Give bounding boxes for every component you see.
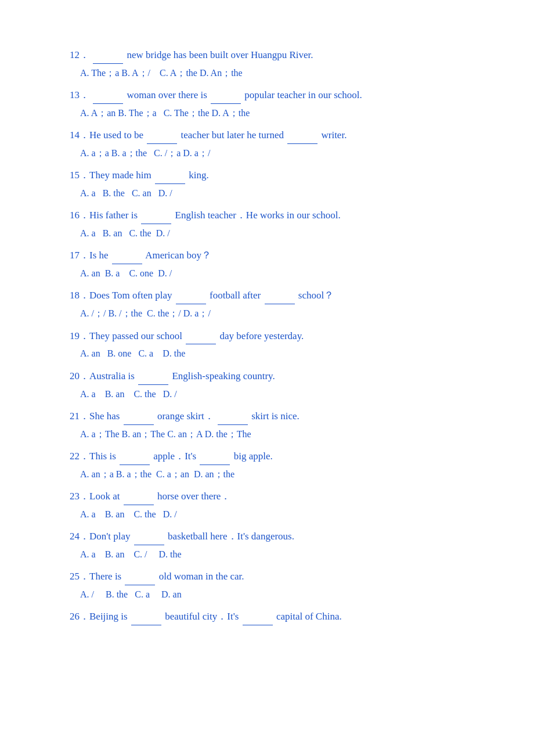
question-18: 18．Does Tom often play football after sc…	[70, 287, 476, 321]
question-20-answers: A. a B. an C. the D. /	[70, 386, 476, 402]
q22-text2: big apple.	[234, 451, 273, 462]
q21-number: 21．She has	[70, 411, 122, 422]
question-15-text: 15．They made him king.	[70, 167, 476, 184]
q23-text: horse over there．	[157, 491, 231, 502]
q23-blank1	[124, 488, 154, 505]
q19-text: day before yesterday.	[220, 330, 304, 341]
q20-text: English-speaking country.	[172, 370, 275, 381]
q24-text: basketball here．It's dangerous.	[168, 531, 294, 542]
q17-number: 17．Is he	[70, 250, 111, 261]
q18-text1: football after	[210, 290, 264, 301]
question-24-answers: A. a B. an C. / D. the	[70, 546, 476, 562]
q21-text2: skirt is nice.	[251, 411, 300, 422]
q22-blank2	[200, 448, 230, 465]
q18-blank2	[265, 287, 295, 304]
question-13-text: 13． woman over there is popular teacher …	[70, 87, 476, 104]
q15-blank1	[155, 167, 185, 184]
q22-number: 22．This is	[70, 451, 118, 462]
q22-text1: apple．It's	[153, 451, 199, 462]
question-17-text: 17．Is he American boy？	[70, 247, 476, 264]
q18-text2: school？	[298, 290, 334, 301]
question-21-text: 21．She has orange skirt． skirt is nice.	[70, 408, 476, 425]
q16-blank1	[141, 207, 171, 224]
q13-text2: popular teacher in our school.	[244, 89, 362, 100]
q26-blank2	[243, 608, 273, 625]
q21-text1: orange skirt．	[157, 411, 214, 422]
q13-blank1	[93, 87, 123, 104]
q14-number: 14．He used to be	[70, 129, 146, 141]
question-13: 13． woman over there is popular teacher …	[70, 87, 476, 121]
question-25-text: 25．There is old woman in the car.	[70, 568, 476, 585]
q19-number: 19．They passed our school	[70, 330, 185, 341]
question-16-text: 16．His father is English teacher．He work…	[70, 207, 476, 224]
question-19-answers: A. an B. one C. a D. the	[70, 345, 476, 361]
question-22-text: 22．This is apple．It's big apple.	[70, 448, 476, 465]
question-21-answers: A. a；The B. an；The C. an；A D. the；The	[70, 426, 476, 442]
q14-text1: teacher but later he turned	[181, 129, 287, 141]
q16-text: English teacher．He works in our school.	[175, 210, 341, 221]
question-23: 23．Look at horse over there． A. a B. an …	[70, 488, 476, 522]
q18-number: 18．Does Tom often play	[70, 290, 175, 301]
q26-text1: beautiful city．It's	[165, 611, 241, 622]
q17-text: American boy？	[145, 250, 211, 261]
q19-blank1	[186, 327, 216, 345]
question-17-answers: A. an B. a C. one D. /	[70, 265, 476, 281]
questions-container: 12． new bridge has been built over Huang…	[70, 46, 476, 625]
q26-text2: capital of China.	[276, 611, 342, 622]
q24-blank1	[134, 528, 164, 545]
q26-number: 26．Beijing is	[70, 611, 130, 622]
q14-blank1	[147, 127, 177, 144]
q20-blank1	[138, 368, 168, 385]
q20-number: 20．Australia is	[70, 370, 137, 381]
question-22: 22．This is apple．It's big apple. A. an；a…	[70, 448, 476, 482]
question-16-answers: A. a B. an C. the D. /	[70, 225, 476, 241]
q21-blank2	[218, 408, 248, 425]
q15-number: 15．They made him	[70, 170, 154, 181]
q23-number: 23．Look at	[70, 491, 122, 502]
q12-number: 12．	[70, 49, 89, 60]
q15-text: king.	[189, 170, 208, 181]
q16-number: 16．His father is	[70, 210, 140, 221]
question-13-answers: A. A；an B. The；a C. The；the D. A；the	[70, 105, 476, 121]
question-21: 21．She has orange skirt． skirt is nice. …	[70, 408, 476, 442]
question-16: 16．His father is English teacher．He work…	[70, 207, 476, 241]
question-19: 19．They passed our school day before yes…	[70, 327, 476, 362]
question-14-answers: A. a；a B. a；the C. /；a D. a；/	[70, 145, 476, 161]
q26-blank1	[131, 608, 161, 625]
q14-text2: writer.	[321, 129, 347, 141]
q25-number: 25．There is	[70, 571, 124, 582]
q18-blank1	[176, 287, 206, 304]
question-15: 15．They made him king. A. a B. the C. an…	[70, 167, 476, 201]
question-26-text: 26．Beijing is beautiful city．It's capita…	[70, 608, 476, 625]
q13-number: 13．	[70, 89, 89, 100]
question-18-text: 18．Does Tom often play football after sc…	[70, 287, 476, 304]
question-24: 24．Don't play basketball here．It's dange…	[70, 528, 476, 562]
q13-blank2	[211, 87, 241, 104]
question-14-text: 14．He used to be teacher but later he tu…	[70, 127, 476, 144]
q24-number: 24．Don't play	[70, 531, 133, 542]
question-14: 14．He used to be teacher but later he tu…	[70, 127, 476, 161]
q25-blank1	[125, 568, 155, 585]
q12-blank1	[93, 46, 123, 64]
question-12-text: 12． new bridge has been built over Huang…	[70, 46, 476, 64]
q17-blank1	[112, 247, 142, 264]
q25-text: old woman in the car.	[159, 571, 244, 582]
q13-text1: woman over there is	[127, 89, 210, 100]
question-23-answers: A. a B. an C. the D. /	[70, 506, 476, 522]
question-17: 17．Is he American boy？ A. an B. a C. one…	[70, 247, 476, 281]
q22-blank1	[120, 448, 150, 465]
q14-blank2	[287, 127, 317, 144]
q21-blank1	[124, 408, 154, 425]
question-12: 12． new bridge has been built over Huang…	[70, 46, 476, 81]
question-19-text: 19．They passed our school day before yes…	[70, 327, 476, 345]
q12-text: new bridge has been built over Huangpu R…	[127, 49, 313, 60]
question-24-text: 24．Don't play basketball here．It's dange…	[70, 528, 476, 545]
question-15-answers: A. a B. the C. an D. /	[70, 185, 476, 201]
question-25: 25．There is old woman in the car. A. / B…	[70, 568, 476, 602]
question-12-answers: A. The；a B. A；/ C. A；the D. An；the	[70, 65, 476, 81]
question-18-answers: A. /；/ B. /；the C. the；/ D. a；/	[70, 305, 476, 321]
question-23-text: 23．Look at horse over there．	[70, 488, 476, 505]
question-20: 20．Australia is English-speaking country…	[70, 368, 476, 402]
question-22-answers: A. an；a B. a；the C. a；an D. an；the	[70, 466, 476, 482]
question-20-text: 20．Australia is English-speaking country…	[70, 368, 476, 385]
